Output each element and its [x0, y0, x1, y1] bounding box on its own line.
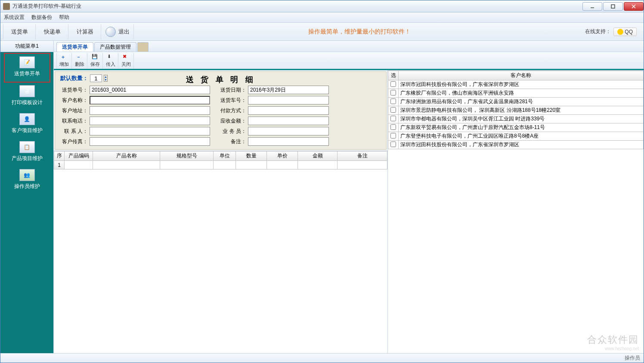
customer-checkbox[interactable]	[390, 116, 396, 121]
inp-contact[interactable]	[90, 127, 210, 135]
customer-row[interactable]: 深圳市冠田科技股份有限公司，广东省深圳市罗湖区	[388, 80, 644, 89]
btn-close[interactable]: ✖关闭	[118, 53, 134, 68]
sidebar-header[interactable]: 功能菜单1	[0, 41, 53, 52]
plus-icon: ＋	[61, 54, 68, 61]
inp-order-no[interactable]	[90, 86, 210, 94]
default-qty-input[interactable]	[90, 74, 102, 82]
minus-icon: －	[76, 54, 83, 61]
inp-cust-name[interactable]	[90, 96, 210, 105]
tab-disabled[interactable]	[137, 42, 149, 52]
lbl-contact: 联 系 人：	[60, 128, 90, 135]
col-remark[interactable]: 备注	[337, 151, 387, 161]
lbl-cust-addr: 客户地址：	[60, 107, 90, 114]
btn-save[interactable]: 💾保存	[87, 53, 103, 68]
nav-template-design[interactable]: 🖨打印模板设计	[4, 83, 50, 111]
toolbar-express[interactable]: 快递单	[36, 24, 68, 40]
nav-product-manage[interactable]: 📋产品项目维护	[4, 138, 50, 166]
customer-name: 广东橡胶厂有限公司，佛山市南海区平洲镇永安路	[399, 89, 644, 98]
nav-customer-manage[interactable]: 👤客户项目维护	[4, 111, 50, 138]
inp-date[interactable]	[248, 86, 329, 94]
close-icon: ✖	[123, 54, 130, 61]
customer-checkbox[interactable]	[390, 124, 396, 130]
table-row[interactable]: 1	[54, 161, 387, 169]
lbl-phone: 联系电话：	[60, 117, 90, 125]
app-icon	[3, 3, 10, 10]
statusbar: 操作员	[0, 353, 644, 363]
btn-import[interactable]: ⬇传入	[103, 53, 118, 68]
sub-toolbar: ＋增加 －删除 💾保存 ⬇传入 ✖关闭	[54, 52, 644, 70]
menu-system[interactable]: 系统设置	[4, 14, 25, 21]
inp-phone[interactable]	[90, 117, 210, 125]
customer-row[interactable]: 广东新双平贸易有限公司，广州萧山于原野汽配五金市场8-11号	[388, 123, 644, 132]
customer-row[interactable]: 深圳市华都电器有限公司，深圳吴中区胥江工业园 时进路339号	[388, 115, 644, 123]
inp-amount[interactable]	[248, 117, 329, 125]
col-price[interactable]: 单价	[267, 151, 298, 161]
customer-checkbox[interactable]	[390, 133, 396, 138]
main-area: 送货单开单 产品数据管理 ＋增加 －删除 💾保存 ⬇传入 ✖关闭 默认数量：	[54, 41, 644, 353]
customer-row[interactable]: 广东绿洲旅游用品有限公司，广东省武义县温泉南路281号	[388, 98, 644, 106]
menu-backup[interactable]: 数据备份	[31, 14, 52, 21]
lbl-date: 送货日期：	[219, 86, 248, 94]
minimize-button[interactable]	[582, 2, 602, 11]
form-wrap: 默认数量： ▲▼ 送 货 单 明 细 送货单号： 送货日期： 客户名称：	[55, 71, 387, 150]
product-table[interactable]: 序 产品编码 产品名称 规格型号 单位 数量 单价 金额 备注 1	[54, 151, 387, 169]
template-icon: 🖨	[19, 85, 35, 97]
qq-button[interactable]: QQ	[613, 28, 637, 36]
spinner-icon[interactable]: ▲▼	[104, 75, 108, 82]
body: 功能菜单1 📝送货单开单 🖨打印模板设计 👤客户项目维护 📋产品项目维护 👥操作…	[0, 41, 644, 353]
customer-name: 深圳市冠田科技股份有限公司，广东省深圳市罗湖区	[399, 80, 644, 89]
btn-add[interactable]: ＋增加	[56, 53, 72, 68]
customer-row[interactable]: 广东登堡科技电子有限公司，广州工业园区唯正路8号8楼A座	[388, 132, 644, 141]
lbl-amount: 应收金额：	[219, 117, 248, 125]
app-window: 万通送货单打印软件-基础行业 系统设置 数据备份 帮助 送货单 快递单 计算器 …	[0, 0, 644, 363]
customer-checkbox[interactable]	[390, 90, 396, 95]
inp-pay[interactable]	[248, 106, 329, 115]
customer-row[interactable]: 广东橡胶厂有限公司，佛山市南海区平洲镇永安路	[388, 89, 644, 98]
customer-checkbox[interactable]	[390, 81, 396, 87]
save-icon: 💾	[92, 54, 99, 61]
lbl-order-no: 送货单号：	[60, 86, 90, 94]
customer-checkbox[interactable]	[390, 107, 396, 113]
toolbar-exit[interactable]: 退出	[101, 24, 134, 40]
customer-pane: 选 客户名称 深圳市冠田科技股份有限公司，广东省深圳市罗湖区广东橡胶厂有限公司，…	[388, 71, 644, 353]
sidebar-body: 📝送货单开单 🖨打印模板设计 👤客户项目维护 📋产品项目维护 👥操作员维护	[0, 52, 53, 353]
customer-checkbox[interactable]	[390, 142, 396, 147]
inp-cust-addr[interactable]	[90, 106, 210, 115]
tab-delivery-create[interactable]: 送货单开单	[56, 42, 93, 52]
operator-icon: 👥	[19, 169, 35, 181]
inp-remark[interactable]	[248, 137, 329, 146]
close-button[interactable]	[624, 2, 644, 11]
content: 默认数量： ▲▼ 送 货 单 明 细 送货单号： 送货日期： 客户名称：	[54, 70, 644, 353]
customer-checkbox[interactable]	[390, 98, 396, 104]
maximize-button[interactable]	[603, 2, 623, 11]
form-icon: 📝	[19, 56, 35, 68]
col-cust-name[interactable]: 客户名称	[399, 71, 644, 80]
customer-name: 深圳市华都电器有限公司，深圳吴中区胥江工业园 时进路339号	[399, 115, 644, 123]
nav-create-delivery[interactable]: 📝送货单开单	[4, 53, 50, 83]
customer-row[interactable]: 深圳市冠田科技股份有限公司，广东省深圳市罗湖区	[388, 141, 644, 149]
online-label: 在线支持：	[585, 28, 611, 35]
customer-row[interactable]: 深圳市景思防静电科技有限公司， 深圳高新区 汾湖路188号18幢220室	[388, 106, 644, 115]
inp-vehicle[interactable]	[248, 96, 329, 105]
toolbar-calculator[interactable]: 计算器	[68, 24, 101, 40]
power-icon	[105, 27, 116, 37]
tab-product-data[interactable]: 产品数据管理	[94, 42, 136, 52]
col-select[interactable]: 选	[388, 71, 399, 80]
lbl-remark: 备注：	[219, 138, 248, 145]
col-amount[interactable]: 金额	[298, 151, 337, 161]
toolbar-delivery[interactable]: 送货单	[3, 24, 36, 40]
btn-delete[interactable]: －删除	[72, 53, 87, 68]
col-qty[interactable]: 数量	[236, 151, 267, 161]
col-seq[interactable]: 序	[54, 151, 65, 161]
col-name[interactable]: 产品名称	[93, 151, 160, 161]
col-spec[interactable]: 规格型号	[160, 151, 214, 161]
menu-help[interactable]: 帮助	[59, 14, 69, 21]
col-unit[interactable]: 单位	[214, 151, 236, 161]
customer-table[interactable]: 选 客户名称 深圳市冠田科技股份有限公司，广东省深圳市罗湖区广东橡胶厂有限公司，…	[388, 71, 644, 149]
col-code[interactable]: 产品编码	[65, 151, 93, 161]
nav-operator-manage[interactable]: 👥操作员维护	[4, 166, 50, 194]
inp-fax[interactable]	[90, 137, 210, 146]
inp-clerk[interactable]	[248, 127, 329, 135]
menubar: 系统设置 数据备份 帮助	[0, 12, 644, 23]
default-qty: 默认数量： ▲▼	[60, 74, 108, 82]
